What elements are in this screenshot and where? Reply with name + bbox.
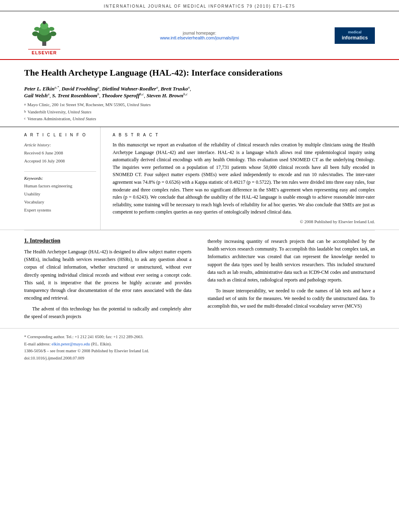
- content-left: 1. Introduction The Health Archetype Lan…: [24, 238, 195, 325]
- svg-point-5: [50, 31, 56, 36]
- journal-badge: medical informatics: [335, 27, 375, 44]
- abstract-text: In this manuscript we report an evaluati…: [113, 141, 375, 216]
- affil-c-text: Veterans Administration, United States: [27, 115, 96, 123]
- section1-title: 1. Introduction: [24, 238, 191, 244]
- affil-b-text: Vanderbilt University, United States: [28, 109, 92, 116]
- affil-a-text: Mayo Clinic, 200 1st Street SW, Rocheste…: [27, 101, 151, 109]
- keywords-section: Keywords: Human factors engineering Usab…: [24, 176, 96, 214]
- corresponding-author: * Corresponding author. Tel.: +1 212 241…: [24, 333, 375, 341]
- right-para1: thereby increasing quantity of research …: [208, 238, 375, 284]
- issn-line: 1386-5056/$ – see front matter © 2008 Pu…: [24, 347, 375, 355]
- article-title: The Health Archetype Language (HAL-42): …: [24, 67, 375, 79]
- svg-point-8: [43, 21, 46, 24]
- right-para2: To insure interoperability, we needed to…: [208, 287, 375, 310]
- received-date: Received 6 June 2008: [24, 149, 96, 157]
- svg-point-6: [34, 27, 40, 31]
- email-line: E-mail address: elkin.peter@mayo.edu (P.…: [24, 341, 375, 348]
- main-content: 1. Introduction The Health Archetype Lan…: [0, 230, 399, 325]
- journal-header-text: International Journal of Medical Informa…: [104, 4, 295, 8]
- history-label: Article history:: [24, 141, 96, 149]
- elsevier-tree-icon: [28, 16, 60, 48]
- email-label: E-mail address:: [24, 342, 51, 346]
- affil-c: c Veterans Administration, United States: [24, 115, 375, 123]
- authors-line: Peter L. Elkina,*, David Froehlinga, Die…: [24, 85, 375, 99]
- footer-section: * Corresponding author. Tel.: +1 212 241…: [0, 328, 399, 365]
- badge-medical-text: medical: [338, 30, 372, 35]
- affil-a: a Mayo Clinic, 200 1st Street SW, Roches…: [24, 101, 375, 109]
- affiliations: a Mayo Clinic, 200 1st Street SW, Roches…: [24, 101, 375, 123]
- svg-point-7: [49, 27, 54, 31]
- article-body: A R T I C L E I N F O Article history: R…: [0, 127, 399, 230]
- article-title-section: The Health Archetype Language (HAL-42): …: [0, 60, 399, 127]
- right-body: thereby increasing quantity of research …: [208, 238, 375, 310]
- intro-para2: The advent of this technology has the po…: [24, 305, 191, 320]
- abstract-heading: A B S T R A C T: [113, 133, 375, 137]
- keyword-3: Vocabulary: [24, 198, 96, 206]
- keyword-4: Expert systems: [24, 206, 96, 214]
- keyword-2: Usability: [24, 190, 96, 198]
- homepage-label: journal homepage:: [76, 31, 323, 35]
- elsevier-name: ELSEVIER: [28, 49, 60, 55]
- keywords-list: Human factors engineering Usability Voca…: [24, 182, 96, 214]
- journal-info-center: journal homepage: www.intl.elsevierhealt…: [76, 31, 323, 40]
- logo-row: ELSEVIER journal homepage: www.intl.else…: [0, 11, 399, 60]
- journal-header: International Journal of Medical Informa…: [0, 0, 399, 11]
- homepage-url[interactable]: www.intl.elsevierhealth.com/journals/ijm…: [76, 35, 323, 40]
- svg-point-4: [32, 31, 39, 36]
- abstract-col: A B S T R A C T In this manuscript we re…: [109, 127, 375, 230]
- section1-label: Introduction: [30, 238, 60, 244]
- section1-number: 1.: [24, 238, 29, 244]
- intro-para1: The Health Archetype Language (HAL-42) i…: [24, 248, 191, 302]
- email-address[interactable]: elkin.peter@mayo.edu: [51, 342, 90, 346]
- affil-b: b Vanderbilt University, United States: [24, 109, 375, 116]
- doi-line: doi:10.1016/j.ijmedinf.2008.07.009: [24, 355, 375, 362]
- keyword-1: Human factors engineering: [24, 182, 96, 190]
- abstract-copyright: © 2008 Published by Elsevier Ireland Ltd…: [113, 219, 375, 224]
- article-history: Article history: Received 6 June 2008 Ac…: [24, 141, 96, 165]
- accepted-date: Accepted 16 July 2008: [24, 157, 96, 165]
- badge-informatics-text: informatics: [338, 35, 372, 41]
- article-info-heading: A R T I C L E I N F O: [24, 133, 96, 137]
- page: International Journal of Medical Informa…: [0, 0, 399, 532]
- divider: [24, 171, 96, 172]
- elsevier-logo: ELSEVIER: [24, 16, 64, 55]
- content-right: thereby increasing quantity of research …: [204, 238, 375, 325]
- article-info-col: A R T I C L E I N F O Article history: R…: [24, 127, 101, 230]
- keywords-title: Keywords:: [24, 176, 96, 181]
- email-suffix: (P.L. Elkin).: [91, 342, 111, 346]
- corresponding-author-text: * Corresponding author. Tel.: +1 212 241…: [24, 335, 144, 339]
- authors-text: Peter L. Elkina,*, David Froehlinga, Die…: [24, 86, 191, 99]
- intro-body: The Health Archetype Language (HAL-42) i…: [24, 248, 191, 321]
